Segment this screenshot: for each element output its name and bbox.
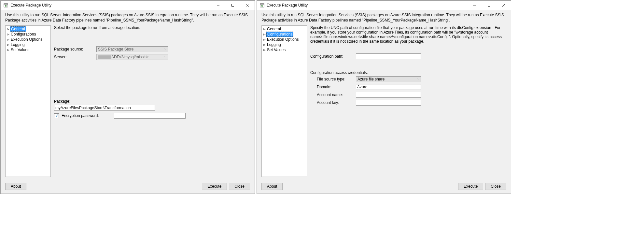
svg-line-6 bbox=[246, 4, 249, 7]
expander-icon: ⊳ bbox=[263, 33, 266, 36]
content-configurations: Specify the UNC path of configuration fi… bbox=[310, 25, 506, 177]
account-key-input[interactable] bbox=[356, 100, 421, 106]
window-general: Execute Package Utility Use this utility… bbox=[0, 0, 255, 194]
package-source-value: SSIS Package Store bbox=[98, 47, 133, 51]
nav-tree: ⊳ General ⊳ Configurations ⊳ Execution O… bbox=[261, 25, 307, 177]
label-server: Server: bbox=[54, 55, 96, 59]
file-source-type-value: Azure file share bbox=[357, 77, 385, 81]
close-button-footer[interactable]: Close bbox=[229, 183, 250, 190]
about-button[interactable]: About bbox=[5, 183, 26, 190]
titlebar: Execute Package Utility bbox=[1, 1, 255, 10]
tree-item-label: Configurations bbox=[266, 32, 293, 37]
label-package: Package: bbox=[54, 99, 250, 104]
label-file-source-type: File source type: bbox=[317, 77, 356, 81]
expander-icon: ⊳ bbox=[7, 48, 10, 52]
tree-item-label: Configurations bbox=[10, 32, 36, 36]
chevron-down-icon bbox=[164, 55, 166, 59]
domain-input[interactable] bbox=[356, 84, 421, 90]
tree-item-label: Logging bbox=[266, 42, 282, 47]
tree-item-general[interactable]: ⊳ General bbox=[6, 26, 50, 32]
footer: About Execute Close bbox=[1, 179, 255, 194]
server-value-suffix: ADFv2/mysql/missisir bbox=[111, 55, 149, 59]
label-encryption: Encryption password: bbox=[62, 113, 99, 118]
label-domain: Domain: bbox=[317, 85, 356, 89]
intro-text: Use this utility to run SQL Server Integ… bbox=[1, 10, 255, 25]
content-general: Select the package to run from a storage… bbox=[54, 25, 250, 177]
footer: About Execute Close bbox=[257, 179, 511, 194]
window-title: Execute Package Utility bbox=[267, 3, 467, 7]
about-button[interactable]: About bbox=[261, 183, 283, 190]
tree-item-label: Execution Options bbox=[266, 37, 299, 42]
close-button[interactable] bbox=[240, 1, 255, 10]
expander-icon: ⊳ bbox=[263, 43, 266, 47]
package-icon bbox=[3, 3, 8, 8]
expander-icon: ⊳ bbox=[263, 48, 266, 52]
package-input[interactable] bbox=[54, 105, 155, 111]
window-configurations: Execute Package Utility Use this utility… bbox=[257, 0, 511, 194]
close-button[interactable] bbox=[496, 1, 511, 10]
window-controls bbox=[211, 1, 255, 10]
package-icon bbox=[259, 3, 265, 8]
encryption-checkbox[interactable] bbox=[54, 113, 59, 118]
label-package-source: Package source: bbox=[54, 47, 96, 51]
tree-item-label: General bbox=[10, 26, 26, 32]
tree-item-logging[interactable]: ⊳ Logging bbox=[6, 42, 50, 47]
tree-item-label: Execution Options bbox=[10, 37, 43, 42]
intro-text: Use this utility to run SQL Server Integ… bbox=[257, 10, 511, 25]
tree-item-label: Logging bbox=[10, 42, 25, 47]
execute-button[interactable]: Execute bbox=[458, 183, 483, 190]
page-description: Select the package to run from a storage… bbox=[54, 25, 250, 30]
expander-icon: ⊳ bbox=[7, 27, 10, 31]
window-controls bbox=[467, 1, 511, 10]
tree-item-execution-options[interactable]: ⊳ Execution Options bbox=[262, 37, 307, 42]
svg-rect-1 bbox=[4, 4, 8, 5]
package-source-dropdown[interactable]: SSIS Package Store bbox=[96, 46, 168, 52]
close-button-footer[interactable]: Close bbox=[485, 183, 506, 190]
account-name-input[interactable] bbox=[356, 92, 421, 98]
encryption-password-input[interactable] bbox=[114, 113, 186, 119]
tree-item-configurations[interactable]: ⊳ Configurations bbox=[6, 32, 50, 37]
expander-icon: ⊳ bbox=[7, 43, 10, 47]
execute-button[interactable]: Execute bbox=[202, 183, 227, 190]
maximize-button[interactable] bbox=[225, 1, 240, 10]
redacted-block bbox=[98, 55, 111, 59]
titlebar: Execute Package Utility bbox=[257, 1, 511, 10]
tree-item-logging[interactable]: ⊳ Logging bbox=[262, 42, 307, 47]
expander-icon: ⊳ bbox=[7, 38, 10, 41]
label-account-key: Account key: bbox=[317, 100, 356, 105]
minimize-button[interactable] bbox=[211, 1, 225, 10]
tree-item-execution-options[interactable]: ⊳ Execution Options bbox=[6, 37, 50, 42]
maximize-button[interactable] bbox=[482, 1, 496, 10]
file-source-type-dropdown[interactable]: Azure file share bbox=[356, 76, 421, 82]
svg-rect-11 bbox=[488, 4, 490, 7]
expander-icon: ⊳ bbox=[7, 33, 10, 36]
tree-item-label: Set Values bbox=[10, 48, 30, 52]
tree-item-label: General bbox=[266, 27, 282, 31]
tree-item-label: Set Values bbox=[266, 48, 286, 52]
window-title: Execute Package Utility bbox=[10, 3, 211, 7]
expander-icon: ⊳ bbox=[263, 27, 266, 31]
svg-line-12 bbox=[502, 4, 505, 7]
configuration-path-input[interactable] bbox=[356, 53, 421, 59]
minimize-button[interactable] bbox=[467, 1, 482, 10]
tree-item-general[interactable]: ⊳ General bbox=[262, 26, 307, 32]
svg-rect-8 bbox=[260, 4, 264, 5]
tree-item-set-values[interactable]: ⊳ Set Values bbox=[262, 47, 307, 52]
server-dropdown[interactable]: ADFv2/mysql/missisir bbox=[96, 54, 168, 60]
tree-item-set-values[interactable]: ⊳ Set Values bbox=[6, 47, 50, 52]
chevron-down-icon bbox=[417, 77, 419, 81]
svg-rect-4 bbox=[231, 4, 234, 7]
expander-icon: ⊳ bbox=[263, 38, 266, 41]
page-description: Specify the UNC path of configuration fi… bbox=[310, 25, 506, 44]
label-configuration-path: Configuration path: bbox=[310, 54, 356, 59]
tree-item-configurations[interactable]: ⊳ Configurations bbox=[262, 32, 307, 37]
svg-line-5 bbox=[246, 4, 249, 7]
chevron-down-icon bbox=[164, 47, 166, 51]
nav-tree: ⊳ General ⊳ Configurations ⊳ Execution O… bbox=[5, 25, 51, 177]
label-account-name: Account name: bbox=[317, 93, 356, 97]
svg-line-13 bbox=[502, 4, 505, 7]
label-credentials-heading: Configuration access credentials: bbox=[310, 70, 506, 75]
